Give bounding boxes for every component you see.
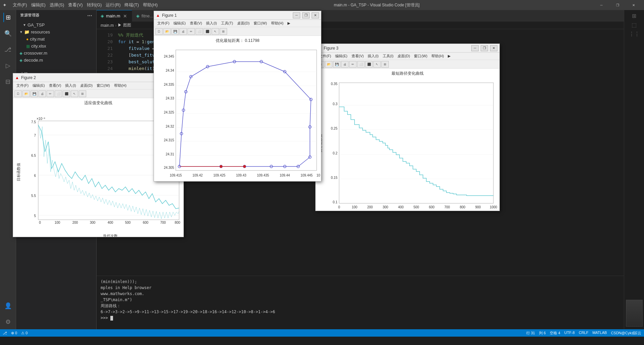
fig1-menu-desktop[interactable]: 桌面(D) xyxy=(235,20,252,26)
resources-folder[interactable]: ▼ 📁 resources xyxy=(16,28,96,36)
settings-icon[interactable]: ⚙ xyxy=(3,317,13,327)
spaces-info[interactable]: 空格 4 xyxy=(550,331,560,336)
fig1-menu-view[interactable]: 查看(V) xyxy=(188,20,204,26)
folder-label: resources xyxy=(31,29,50,34)
vscode-menu-terminal[interactable]: 终端(T) xyxy=(122,1,141,9)
fig2-tb-open[interactable]: 📂 xyxy=(22,90,30,97)
close-button[interactable]: ✕ xyxy=(626,0,641,10)
fig3-menu-extra[interactable]: ▶ xyxy=(446,53,452,59)
fig2-menu-edit[interactable]: 编辑(E) xyxy=(31,82,47,89)
vscode-menu-view[interactable]: 查看(V) xyxy=(66,1,85,9)
right-icon-2[interactable]: ⬚ xyxy=(632,22,637,28)
account-icon[interactable]: 👤 xyxy=(3,301,13,310)
fig1-tb-pan[interactable]: ⬛ xyxy=(204,28,211,35)
fig3-tb-save[interactable]: 💾 xyxy=(333,61,340,68)
fig1-menu-window[interactable]: 窗口(W) xyxy=(252,20,269,26)
error-count[interactable]: ⊗ 0 xyxy=(11,331,17,335)
fig3-menu-desktop[interactable]: 桌面(D) xyxy=(395,53,412,59)
fig3-menu-window[interactable]: 窗口(W) xyxy=(412,53,429,59)
fig1-restore[interactable]: ❐ xyxy=(302,12,310,18)
fig3-tb-zoom[interactable]: ⬜ xyxy=(357,61,365,68)
warning-count[interactable]: ⚠ 0 xyxy=(21,331,28,335)
fig1-tb-open[interactable]: 📂 xyxy=(163,28,171,35)
run-debug-icon[interactable]: ▷ xyxy=(3,61,13,70)
right-icon-1[interactable]: ⊞ xyxy=(632,13,636,19)
col-info[interactable]: 列 6 xyxy=(539,331,546,336)
fig1-tb-data[interactable]: ⊞ xyxy=(220,28,227,35)
sidebar-item-city-xlsx[interactable]: ▦ city.xlsx xyxy=(16,43,96,50)
line-ending-info[interactable]: CRLF xyxy=(579,331,588,336)
language-mode[interactable]: MATLAB xyxy=(592,331,607,336)
fig3-minimize[interactable]: ─ xyxy=(471,45,479,51)
fig2-tb-zoom[interactable]: ⬛ xyxy=(63,90,70,97)
fig2-tb-data[interactable]: ⊞ xyxy=(79,90,86,97)
svg-text:0.2: 0.2 xyxy=(333,151,337,155)
fig2-menu-file[interactable]: 文件(F) xyxy=(14,82,31,89)
sidebar-item-decode[interactable]: ◈ decode.m xyxy=(16,57,96,64)
fig1-close[interactable]: ✕ xyxy=(312,12,319,18)
fig1-menu-insert[interactable]: 插入(I) xyxy=(204,20,219,26)
terminal[interactable]: (min(minlen))); mples in Help browser ww… xyxy=(97,276,624,329)
minimize-button[interactable]: ─ xyxy=(594,0,609,10)
fig2-tb-print[interactable]: 🖨 xyxy=(39,90,46,97)
fig3-tb-open[interactable]: 📂 xyxy=(325,61,332,68)
fig1-menu-edit[interactable]: 编辑(E) xyxy=(171,20,188,26)
restore-button[interactable]: ❐ xyxy=(610,0,625,10)
fig2-menu-view[interactable]: 查看(V) xyxy=(47,82,63,89)
fig3-menu-view[interactable]: 查看(V) xyxy=(350,53,366,59)
right-icon-3[interactable]: ⋮⋮ xyxy=(629,31,640,37)
fig1-menu-file[interactable]: 文件(F) xyxy=(155,20,171,26)
fig3-tb-pan[interactable]: ⬛ xyxy=(365,61,373,68)
sidebar-item-city-mat[interactable]: ● city.mat xyxy=(16,36,96,43)
fig1-tb-cursor[interactable]: ↖ xyxy=(212,28,219,35)
fig1-menu-help[interactable]: 帮助(H) xyxy=(269,20,285,26)
vscode-menu-file[interactable]: 文件(F) xyxy=(11,1,29,9)
fig2-menu-window[interactable]: 窗口(W) xyxy=(95,82,112,89)
source-control-icon[interactable]: ⎇ xyxy=(3,45,13,54)
breadcrumb-section[interactable]: ▶ 图图 xyxy=(118,22,131,28)
tab-main-m[interactable]: ◈ main.m ✕ xyxy=(97,10,132,22)
fig2-menu-desktop[interactable]: 桌面(D) xyxy=(78,82,95,89)
fig3-menu-tools[interactable]: 工具(I) xyxy=(381,53,395,59)
fig1-menu-tools[interactable]: 工具(T) xyxy=(219,20,235,26)
vscode-menu-run[interactable]: 运行(R) xyxy=(104,1,122,9)
vscode-menu-edit[interactable]: 编辑(E) xyxy=(29,1,48,9)
fig2-tb-new[interactable]: 🗋 xyxy=(14,90,22,97)
terminal-prompt[interactable]: >>> xyxy=(101,315,620,321)
fig1-tb-new[interactable]: 🗋 xyxy=(155,28,163,35)
fig3-close[interactable]: ✕ xyxy=(490,45,497,51)
extensions-icon[interactable]: ⊟ xyxy=(3,77,13,86)
fig3-menu-insert[interactable]: 插入(I) xyxy=(366,53,380,59)
vscode-menu-goto[interactable]: 转到(G) xyxy=(85,1,104,9)
fig1-tb-save[interactable]: 💾 xyxy=(171,28,179,35)
fig1-minimize[interactable]: ─ xyxy=(293,12,300,18)
fig3-tb-cursor[interactable]: ↖ xyxy=(373,61,381,68)
sidebar-more-button[interactable]: ··· xyxy=(87,13,92,19)
fig3-menu-help[interactable]: 帮助(H) xyxy=(429,53,446,59)
line-info[interactable]: 行 31 xyxy=(526,331,535,336)
fig2-tb-edit[interactable]: ✏ xyxy=(47,90,54,97)
fig3-tb-print[interactable]: 🖨 xyxy=(341,61,348,68)
explorer-icon[interactable]: ⊞ xyxy=(3,13,13,22)
vscode-menu-select[interactable]: 选择(S) xyxy=(48,1,66,9)
fig2-tb-zoom-in[interactable]: ⬜ xyxy=(55,90,62,97)
fig2-menu-help[interactable]: 帮助(H) xyxy=(112,82,128,89)
fig3-tb-edit[interactable]: ✏ xyxy=(349,61,357,68)
encoding-info[interactable]: UTF-8 xyxy=(564,331,575,336)
tab-close-button[interactable]: ✕ xyxy=(122,13,128,19)
fig1-tb-zoom[interactable]: ⬜ xyxy=(196,28,203,35)
fig2-menu-insert[interactable]: 插入(I) xyxy=(63,82,78,89)
project-folder[interactable]: ▼ GA_TSP xyxy=(16,21,96,28)
fig3-tb-data[interactable]: ⊞ xyxy=(381,61,389,68)
sidebar-item-crossover[interactable]: ◈ crossover.m xyxy=(16,50,96,57)
vscode-menu-help[interactable]: 帮助(H) xyxy=(141,1,160,9)
search-icon[interactable]: 🔍 xyxy=(3,29,13,38)
fig2-tb-cursor[interactable]: ↖ xyxy=(71,90,78,97)
fig3-menu-edit[interactable]: 编辑(E) xyxy=(333,53,350,59)
fig1-menu-extra[interactable]: ▶ xyxy=(285,20,292,26)
fig2-tb-save[interactable]: 💾 xyxy=(31,90,38,97)
fig1-tb-edit[interactable]: ✏ xyxy=(187,28,195,35)
breadcrumb-file[interactable]: main.m xyxy=(101,23,114,28)
fig3-restore[interactable]: ❐ xyxy=(481,45,488,51)
fig1-tb-print[interactable]: 🖨 xyxy=(179,28,187,35)
